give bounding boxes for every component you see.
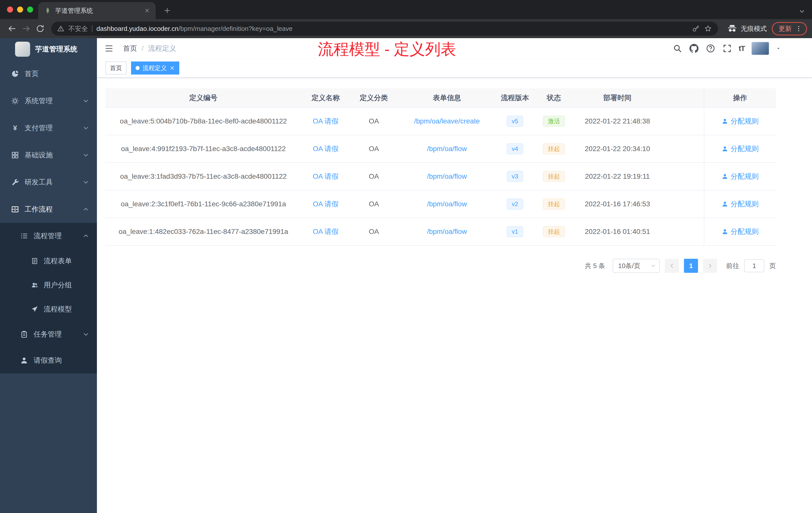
column-definition-id: 定义编号 [106,88,301,108]
sidebar-item-infrastructure[interactable]: 基础设施 [0,142,97,169]
forward-button[interactable] [19,22,33,36]
browser-tab[interactable]: 芋道管理系统 [38,2,156,19]
sidebar-item-process-model[interactable]: 流程模型 [0,297,97,321]
chevron-down-icon [83,125,89,131]
url-path: /bpm/manager/definition?key=oa_leave [178,25,293,32]
window-zoom-button[interactable] [27,6,33,12]
bookmark-star-icon[interactable] [704,25,712,33]
version-badge: v4 [507,143,523,154]
back-button[interactable] [5,22,19,36]
navbar-actions: tT [672,42,781,55]
tag-label: 流程定义 [143,64,167,72]
assign-rule-link[interactable]: 分配规则 [722,144,759,154]
new-tab-button[interactable] [161,4,174,17]
active-tag-dot [136,66,140,70]
definition-name-link[interactable]: OA 请假 [313,228,339,235]
definition-name-link[interactable]: OA 请假 [313,145,339,153]
search-icon[interactable] [672,43,683,54]
chevron-down-icon [83,331,89,337]
tag-process-definition[interactable]: 流程定义 [131,61,179,74]
column-process-version: 流程版本 [496,88,534,108]
cell-category: OA [350,108,398,135]
column-deploy-time: 部署时间 [574,88,661,108]
page-size-select[interactable]: 10条/页 [613,259,660,273]
browser-update-button[interactable]: 更新 [772,22,807,35]
sidebar-item-dev-tools[interactable]: 研发工具 [0,169,97,196]
next-page-button[interactable] [703,259,717,273]
tab-search-chevron-icon[interactable] [799,6,805,15]
font-size-icon[interactable]: tT [739,44,745,53]
form-info-link[interactable]: /bpm/oa/flow [427,145,467,153]
table-row: oa_leave:2:3c1f0ef1-76b1-11ec-9c66-a2380… [106,190,776,218]
document-icon [31,258,38,265]
definition-name-link[interactable]: OA 请假 [313,200,339,208]
avatar-caret-down-icon[interactable] [776,46,781,51]
assign-rule-link[interactable]: 分配规则 [722,227,759,236]
cell-deploy-time: 2022-01-22 21:48:38 [574,108,661,135]
status-badge: 挂起 [543,226,565,237]
refresh-button[interactable] [33,22,47,36]
definition-name-link[interactable]: OA 请假 [313,117,339,125]
sidebar-item-label: 研发工具 [25,177,53,187]
github-icon[interactable] [689,43,699,54]
window-close-button[interactable] [7,6,13,12]
assign-rule-label: 分配规则 [731,227,759,236]
form-info-link[interactable]: /bpm/oa/leave/create [414,117,480,125]
tab-close-icon[interactable] [143,6,152,15]
current-page-button[interactable]: 1 [684,259,698,273]
assign-rule-link[interactable]: 分配规则 [722,117,759,126]
sidebar-item-system-management[interactable]: 系统管理 [0,87,97,115]
password-key-icon[interactable] [692,25,700,33]
form-info-link[interactable]: /bpm/oa/flow [427,173,467,180]
sidebar-item-home[interactable]: 首页 [0,60,97,87]
form-info-link[interactable]: /bpm/oa/flow [427,228,467,235]
sidebar-item-task-management[interactable]: 任务管理 [0,321,97,348]
goto-page-input[interactable] [744,259,764,272]
grid-icon [11,151,19,159]
column-status: 状态 [534,88,574,108]
cell-definition-id: oa_leave:3:1fad3d93-7b75-11ec-a3c8-acde4… [106,163,301,190]
security-label[interactable]: 不安全 [68,24,88,33]
sidebar-item-process-management[interactable]: 流程管理 [0,223,97,249]
column-actions: 操作 [704,88,776,108]
user-avatar[interactable] [751,42,769,55]
browser-menu-kebab-icon[interactable] [795,25,802,32]
url-text: dashboard.yudao.iocoder.cn/bpm/manager/d… [96,25,292,33]
sidebar-item-label: 系统管理 [25,96,53,105]
cell-definition-id: oa_leave:1:482ec033-762a-11ec-8477-a2380… [106,218,301,245]
person-icon [722,229,728,235]
sidebar-item-user-group[interactable]: 用户分组 [0,273,97,297]
form-info-link[interactable]: /bpm/oa/flow [427,200,467,208]
sidebar-item-process-form[interactable]: 流程表单 [0,249,97,273]
cell-filler [661,135,704,163]
cell-filler [661,163,704,190]
status-badge: 挂起 [543,143,565,154]
incognito-label: 无痕模式 [741,24,767,33]
version-badge: v2 [507,199,523,210]
tag-close-icon[interactable] [170,65,175,70]
prev-page-button[interactable] [665,259,679,273]
address-bar[interactable]: 不安全 dashboard.yudao.iocoder.cn/bpm/manag… [51,22,718,36]
assign-rule-link[interactable]: 分配规则 [722,172,759,181]
person-icon [722,201,728,207]
definition-name-link[interactable]: OA 请假 [313,173,339,180]
person-icon [722,118,728,124]
wrench-icon [11,178,19,186]
incognito-icon [727,24,737,34]
sidebar-item-leave-query[interactable]: 请假查询 [0,348,97,373]
sidebar-item-payment-management[interactable]: ¥ 支付管理 [0,115,97,142]
window-minimize-button[interactable] [17,6,23,12]
sidebar-toggle-icon[interactable] [103,42,115,55]
breadcrumb-home[interactable]: 首页 [123,44,137,53]
chevron-up-icon [83,233,89,239]
assign-rule-link[interactable]: 分配规则 [722,199,759,209]
sidebar-item-workflow[interactable]: 工作流程 [0,196,97,223]
tag-home[interactable]: 首页 [106,61,126,74]
goto-label: 前往 [726,262,739,270]
fullscreen-icon[interactable] [722,43,732,54]
yen-glyph-icon: ¥ [11,124,19,132]
cell-definition-id: oa_leave:2:3c1f0ef1-76b1-11ec-9c66-a2380… [106,190,301,218]
help-question-icon[interactable] [705,43,716,54]
status-badge: 激活 [543,116,565,127]
chevron-up-icon [83,206,89,212]
